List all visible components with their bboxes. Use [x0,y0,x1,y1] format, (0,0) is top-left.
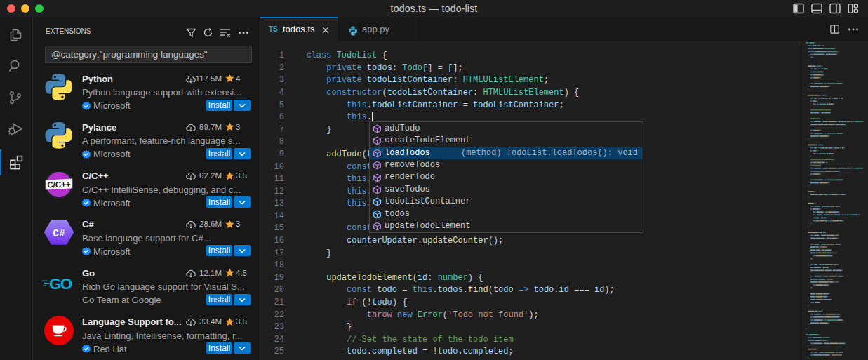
svg-text:GO: GO [49,276,72,291]
svg-text:C/C++: C/C++ [47,180,71,189]
svg-text:C#: C# [53,228,65,239]
